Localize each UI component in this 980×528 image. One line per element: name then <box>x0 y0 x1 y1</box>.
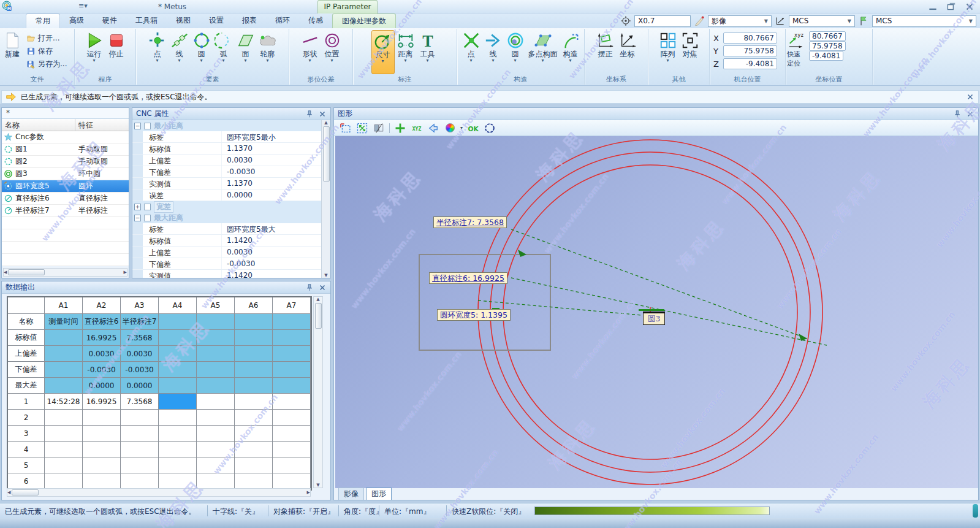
table-cell[interactable]: 0.0000 <box>121 378 159 394</box>
checkbox[interactable] <box>144 215 151 221</box>
column-header[interactable]: A4 <box>159 297 197 314</box>
ribbon-button-plane-elem[interactable]: 面▾ <box>235 30 257 74</box>
gt-circle-icon[interactable] <box>484 122 496 134</box>
ribbon-button-arc-elem[interactable]: 弧▾ <box>213 30 235 74</box>
gt-back-icon[interactable] <box>427 122 439 134</box>
ribbon-button-open[interactable]: 打开... <box>26 33 67 44</box>
table-cell[interactable] <box>273 314 311 330</box>
table-cell[interactable]: 14:52:28 <box>45 394 83 410</box>
table-cell[interactable] <box>121 457 159 473</box>
table-cell[interactable] <box>83 457 121 473</box>
tab-6[interactable]: 设置 <box>200 13 233 28</box>
ribbon-button-array[interactable]: 阵列▾ <box>657 30 679 74</box>
ribbon-button-construct[interactable]: 构造▾ <box>560 30 582 74</box>
flag-icon[interactable] <box>858 15 869 26</box>
table-cell[interactable]: 16.9925 <box>83 330 121 346</box>
table-cell[interactable] <box>45 362 83 378</box>
table-cell[interactable] <box>159 346 197 362</box>
table-cell[interactable] <box>197 426 235 442</box>
tab-5[interactable]: 视图 <box>167 13 200 28</box>
table-cell[interactable] <box>45 426 83 442</box>
annotation-label-1[interactable]: 半径标注7: 7.3568 <box>433 216 507 228</box>
data-hscrollbar[interactable]: ◀▶ <box>7 488 311 497</box>
table-cell[interactable]: 16.9925 <box>83 394 121 410</box>
table-cell[interactable]: 0.0000 <box>83 378 121 394</box>
checkbox[interactable] <box>144 123 151 129</box>
table-cell[interactable] <box>235 394 273 410</box>
column-header[interactable]: A1 <box>45 297 83 314</box>
gt-xyz-icon[interactable]: XYZ <box>411 122 423 134</box>
table-cell[interactable] <box>197 346 235 362</box>
ribbon-button-cons-circle[interactable]: 圆▾ <box>504 30 526 74</box>
annotation-label-2[interactable]: 直径标注6: 16.9925 <box>429 272 507 284</box>
table-cell[interactable] <box>159 394 197 410</box>
ribbon-button-dim-tool[interactable]: T工具▾ <box>417 30 439 74</box>
pin-icon[interactable] <box>305 283 314 292</box>
cnc-group-header[interactable]: +宽差 <box>132 201 321 212</box>
table-cell[interactable] <box>45 330 83 346</box>
coord-y-field[interactable]: 75.9758 <box>809 41 846 51</box>
table-cell[interactable] <box>235 473 273 489</box>
table-cell[interactable] <box>235 378 273 394</box>
tree-row-1[interactable]: Cnc参数 <box>2 131 129 143</box>
pin-icon[interactable] <box>953 110 962 118</box>
data-vscrollbar[interactable]: ▲▼ <box>313 296 323 488</box>
coord-system-combo[interactable]: MCS▼ <box>789 15 855 27</box>
tree-header-feature[interactable]: 特征 <box>75 119 129 131</box>
table-cell[interactable] <box>159 473 197 489</box>
table-cell[interactable]: 0.0030 <box>83 346 121 362</box>
close-icon[interactable] <box>318 283 327 292</box>
table-cell[interactable] <box>235 314 273 330</box>
ribbon-button-form-shape[interactable]: 形状▾ <box>299 30 321 74</box>
table-cell[interactable] <box>159 410 197 426</box>
table-cell[interactable] <box>159 378 197 394</box>
tree-hscrollbar[interactable]: ◀▶ <box>3 268 127 277</box>
column-header[interactable]: A3 <box>121 297 159 314</box>
property-value[interactable]: 圆环宽度5最大 <box>221 223 321 234</box>
tree-row-6[interactable]: 直径标注6直径标注 <box>2 193 129 205</box>
collapse-box-icon[interactable]: − <box>134 123 141 129</box>
property-value[interactable]: 1.1370 <box>221 178 321 189</box>
ribbon-button-save[interactable]: 保存 <box>26 46 67 56</box>
property-value[interactable]: 1.1420 <box>221 235 321 246</box>
checkbox[interactable] <box>144 204 151 210</box>
pen-icon[interactable] <box>694 15 705 26</box>
color-wheel-icon[interactable] <box>444 122 456 134</box>
tree-row-3[interactable]: 圆2手动取圆 <box>2 156 129 168</box>
gt-fit-icon[interactable] <box>356 122 368 134</box>
table-cell[interactable] <box>273 346 311 362</box>
ribbon-button-dim-size[interactable]: 尺寸▾ <box>371 30 395 74</box>
table-cell[interactable] <box>121 410 159 426</box>
table-cell[interactable] <box>45 346 83 362</box>
property-value[interactable]: -0.0030 <box>221 166 321 177</box>
property-value[interactable]: 0.0030 <box>221 155 321 166</box>
ribbon-button-focus[interactable]: 对焦 <box>679 30 701 74</box>
ribbon-button-save-as[interactable]: 另存为... <box>26 59 67 69</box>
table-cell[interactable]: -0.0030 <box>83 362 121 378</box>
tab-10[interactable]: 图像处理参数 <box>332 13 396 28</box>
column-header[interactable]: A7 <box>273 297 311 314</box>
coord-system2-combo[interactable]: MCS▼ <box>872 15 976 27</box>
table-cell[interactable] <box>159 314 197 330</box>
pin-icon[interactable] <box>305 110 314 118</box>
column-header[interactable]: A2 <box>83 297 121 314</box>
tab-4[interactable]: 工具箱 <box>126 13 167 28</box>
ribbon-button-coord[interactable]: 坐标 <box>617 30 639 74</box>
machine-y-field[interactable]: 75.9758 <box>723 45 777 56</box>
table-cell[interactable] <box>83 473 121 489</box>
tree-row-4[interactable]: 圆3环中圆 <box>2 168 129 180</box>
table-cell[interactable] <box>273 442 311 457</box>
column-header[interactable]: A6 <box>235 297 273 314</box>
table-cell[interactable] <box>273 473 311 489</box>
tab-7[interactable]: 报表 <box>233 13 266 28</box>
view-tab-2[interactable]: 图形 <box>366 488 392 500</box>
table-cell[interactable] <box>45 410 83 426</box>
property-value[interactable]: -0.0030 <box>221 258 321 269</box>
ribbon-button-dim-distance[interactable]: 距离▾ <box>395 30 417 74</box>
table-cell[interactable] <box>159 442 197 457</box>
table-cell[interactable]: 0.0030 <box>121 346 159 362</box>
table-cell[interactable] <box>83 410 121 426</box>
tree-row-2[interactable]: 圆1手动取圆 <box>2 143 129 156</box>
gt-flip-icon[interactable] <box>373 122 385 134</box>
table-cell[interactable]: 7.3568 <box>121 394 159 410</box>
